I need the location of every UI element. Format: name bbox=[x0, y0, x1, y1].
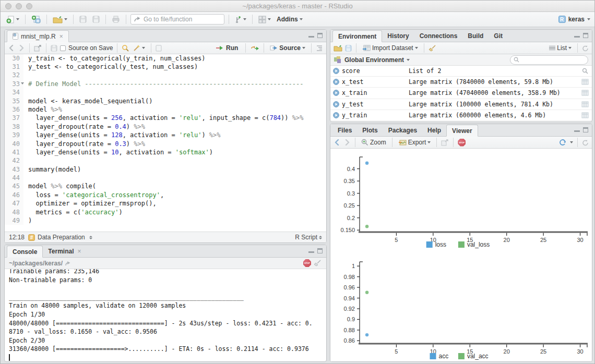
refresh-environment-icon[interactable] bbox=[582, 45, 589, 52]
maximize-pane-icon[interactable] bbox=[583, 33, 588, 38]
tab-label: Build bbox=[468, 32, 483, 40]
x-tick-label: 25 bbox=[540, 348, 546, 355]
project-menu-button[interactable]: R keras bbox=[558, 16, 590, 23]
version-control-button[interactable] bbox=[233, 15, 248, 25]
load-workspace-icon[interactable] bbox=[334, 45, 342, 52]
goto-file-function-input[interactable]: Go to file/function bbox=[130, 14, 224, 25]
forward-icon[interactable] bbox=[18, 45, 25, 51]
tab-terminal[interactable]: Terminal× bbox=[43, 245, 86, 257]
clear-environment-icon[interactable] bbox=[429, 44, 437, 52]
maximize-pane-icon[interactable] bbox=[317, 33, 323, 38]
tab-git[interactable]: Git bbox=[489, 30, 508, 42]
environment-search-input[interactable] bbox=[510, 55, 588, 65]
document-outline-icon[interactable] bbox=[316, 45, 323, 51]
list-view-label: List bbox=[557, 44, 567, 52]
export-button[interactable]: Export bbox=[397, 138, 433, 147]
minimize-pane-icon[interactable] bbox=[308, 248, 314, 253]
back-plot-icon[interactable] bbox=[334, 139, 341, 145]
close-tab-icon[interactable]: × bbox=[59, 33, 63, 40]
expand-arrow-icon[interactable] bbox=[333, 90, 339, 96]
variable-value: Large matrix (600000 elements, 4.6 Mb) bbox=[409, 112, 578, 119]
open-file-button[interactable] bbox=[51, 15, 69, 25]
addins-button[interactable]: Addins bbox=[275, 15, 304, 24]
tab-packages[interactable]: Packages bbox=[383, 124, 422, 136]
doc-type-selector[interactable]: R Script bbox=[295, 234, 322, 241]
expand-arrow-icon[interactable] bbox=[333, 68, 339, 74]
env-row-y_test[interactable]: y_testLarge matrix (100000 elements, 781… bbox=[330, 99, 592, 110]
save-button[interactable] bbox=[78, 15, 88, 24]
find-replace-icon[interactable] bbox=[122, 44, 129, 52]
expand-arrow-icon[interactable] bbox=[333, 79, 339, 85]
minimize-pane-icon[interactable] bbox=[574, 33, 580, 38]
y-tick-label: 0.88 bbox=[344, 327, 355, 333]
zoom-plot-button[interactable]: Zoom bbox=[360, 138, 388, 147]
tab-connections[interactable]: Connections bbox=[414, 30, 463, 42]
remove-plot-icon[interactable] bbox=[441, 139, 449, 146]
env-row-score[interactable]: scoreList of 2 bbox=[330, 66, 592, 77]
env-row-x_test[interactable]: x_testLarge matrix (7840000 elements, 59… bbox=[330, 77, 592, 88]
expand-arrow-icon[interactable] bbox=[333, 101, 339, 107]
tab-label: Terminal bbox=[48, 248, 74, 255]
tab-environment[interactable]: Environment bbox=[332, 30, 382, 42]
save-workspace-icon[interactable] bbox=[345, 45, 352, 52]
import-dataset-button[interactable]: Import Dataset bbox=[361, 43, 420, 53]
publish-caret-icon[interactable] bbox=[570, 141, 573, 143]
tab-console[interactable]: Console bbox=[7, 246, 43, 258]
close-icon[interactable]: × bbox=[77, 248, 81, 255]
save-all-button[interactable] bbox=[91, 15, 101, 24]
clear-console-icon[interactable] bbox=[314, 259, 322, 267]
minimize-pane-icon[interactable] bbox=[308, 33, 314, 38]
publish-icon[interactable] bbox=[558, 139, 567, 146]
forward-plot-icon[interactable] bbox=[343, 139, 351, 145]
refresh-viewer-icon[interactable] bbox=[582, 139, 589, 146]
section-selector[interactable]: # Data Preparation bbox=[28, 234, 92, 241]
back-icon[interactable] bbox=[8, 45, 15, 51]
env-row-x_train[interactable]: x_trainLarge matrix (47040000 elements, … bbox=[330, 88, 592, 99]
code-line: 32 bbox=[5, 71, 326, 79]
tab-mnist-mlp[interactable]: R mnist_mlp.R × bbox=[7, 30, 69, 42]
code-editor[interactable]: 29# Convert class vectors to binary clas… bbox=[5, 54, 326, 232]
tab-label: Connections bbox=[420, 32, 458, 40]
view-table-icon[interactable] bbox=[581, 112, 589, 118]
workspace-panes-button[interactable] bbox=[257, 15, 272, 25]
tab-history[interactable]: History bbox=[382, 30, 414, 42]
code-tools-button[interactable] bbox=[132, 43, 147, 53]
source-on-save-checkbox[interactable] bbox=[60, 45, 66, 51]
tab-viewer[interactable]: Viewer bbox=[446, 125, 478, 137]
popout-icon[interactable] bbox=[34, 45, 42, 52]
view-table-icon[interactable] bbox=[581, 79, 589, 85]
view-table-icon[interactable] bbox=[581, 101, 589, 107]
tab-plots[interactable]: Plots bbox=[357, 124, 383, 136]
new-project-button[interactable]: R bbox=[30, 14, 42, 25]
variable-value: List of 2 bbox=[409, 67, 578, 75]
list-view-button[interactable]: List bbox=[548, 43, 573, 53]
rerun-icon[interactable] bbox=[250, 45, 259, 51]
minimize-pane-icon[interactable] bbox=[574, 127, 580, 132]
save-doc-icon[interactable] bbox=[51, 45, 57, 52]
compile-report-icon[interactable] bbox=[156, 45, 162, 52]
fold-arrow-icon[interactable] bbox=[21, 82, 24, 84]
view-table-icon[interactable] bbox=[581, 90, 589, 96]
goto-directory-icon[interactable] bbox=[65, 261, 71, 266]
interrupt-r-icon[interactable]: STOP bbox=[303, 259, 311, 267]
environment-scope-selector[interactable]: Global Environment bbox=[344, 56, 410, 64]
print-button[interactable] bbox=[110, 15, 122, 24]
addins-label: Addins bbox=[277, 16, 298, 23]
stop-viewer-icon[interactable]: STOP bbox=[458, 139, 466, 147]
doc-type-label: R Script bbox=[295, 234, 317, 241]
maximize-pane-icon[interactable] bbox=[583, 127, 588, 132]
line-number: 32 bbox=[5, 71, 23, 79]
expand-arrow-icon[interactable] bbox=[333, 112, 339, 118]
window-title: ~/packages/keras - master - RStudio bbox=[1, 2, 594, 10]
open-file-caret-icon bbox=[64, 18, 67, 20]
env-row-y_train[interactable]: y_trainLarge matrix (600000 elements, 4.… bbox=[330, 110, 592, 121]
tab-help[interactable]: Help bbox=[422, 124, 446, 136]
maximize-pane-icon[interactable] bbox=[317, 248, 323, 253]
inspect-object-icon[interactable] bbox=[582, 68, 589, 75]
tab-files[interactable]: Files bbox=[332, 124, 357, 136]
new-file-button[interactable] bbox=[5, 14, 21, 25]
source-button[interactable]: Source bbox=[268, 43, 307, 53]
tab-build[interactable]: Build bbox=[462, 30, 489, 42]
console-output[interactable]: Trainable params: 235,146Non-trainable p… bbox=[5, 269, 326, 361]
run-button[interactable]: Run bbox=[212, 44, 241, 52]
